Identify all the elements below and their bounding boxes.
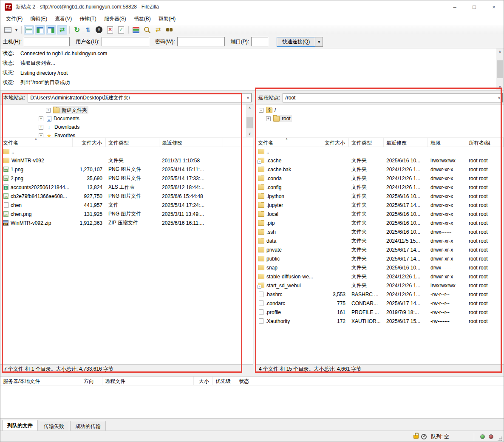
file-row[interactable]: .Xauthority 172 XAUTHOR... 2025/6/17 15.… (255, 317, 504, 326)
remote-path-combobox[interactable]: /root (283, 93, 503, 102)
tree-item[interactable]: + Favorites (0, 131, 253, 137)
maximize-button[interactable]: □ (464, 0, 484, 13)
column-header-modified[interactable]: 最近修改 (384, 138, 428, 147)
process-queue-icon[interactable] (83, 26, 93, 34)
file-row[interactable]: accounts202506121844... 13,824 XLS 工作表 2… (0, 183, 253, 192)
column-header-filetype[interactable]: 文件类型 (349, 138, 384, 147)
file-row[interactable]: WinMTR-v092 文件夹 2011/2/1 1:10:58 (0, 156, 253, 165)
file-row[interactable]: private 文件夹 2025/6/17 14... drwxr-xr-x r… (255, 245, 504, 254)
menu-item[interactable]: 文件(F) (2, 14, 26, 24)
column-header-filetype[interactable]: 文件类型 (106, 138, 159, 147)
file-row[interactable]: stable-diffusion-we... 文件夹 2024/12/26 1.… (255, 272, 504, 281)
column-header-owner[interactable]: 所有者/组 (466, 138, 504, 147)
toolbar-separator[interactable] (21, 26, 22, 34)
file-row[interactable]: .local 文件夹 2025/6/16 10... drwxr-xr-x ro… (255, 210, 504, 218)
file-row[interactable]: .bashrc 3,553 BASHRC ... 2024/12/26 1...… (255, 290, 504, 299)
column-header-server-local-file[interactable]: 服务器/本地文件 (0, 377, 81, 385)
file-row[interactable]: .config 文件夹 2024/12/26 1... drwxr-xr-x r… (255, 183, 504, 192)
expander-icon[interactable]: − (259, 108, 263, 113)
menu-item[interactable]: 传输(T) (76, 14, 100, 24)
log-scrollbar[interactable] (496, 48, 504, 90)
host-input[interactable] (24, 37, 70, 46)
synchronized-browsing-icon[interactable] (153, 26, 163, 34)
file-row[interactable]: chen 441,957 文件 2025/5/14 17:24:... (0, 201, 253, 210)
local-tree-scrollbar[interactable] (246, 105, 253, 137)
scroll-up-icon[interactable] (246, 105, 253, 111)
toggle-transfer-queue-icon[interactable] (57, 26, 67, 34)
local-path-combobox[interactable]: D:\Users\Administrator\Desktop\新建文件夹\ (28, 93, 252, 102)
expander-icon[interactable]: + (39, 116, 43, 121)
toolbar-separator[interactable] (128, 26, 129, 34)
close-button[interactable]: × (484, 0, 504, 13)
menu-item[interactable]: 书签(B) (130, 14, 155, 24)
file-row[interactable]: .. (255, 147, 504, 156)
file-row[interactable]: 1.png 1,270,107 PNG 图片文件 2025/4/14 15:11… (0, 165, 253, 174)
minimize-button[interactable]: – (445, 0, 464, 13)
tree-item[interactable]: + Documents (0, 114, 253, 123)
column-header-direction[interactable]: 方向 (81, 377, 102, 385)
column-header-remote-file[interactable]: 远程文件 (102, 377, 194, 385)
scroll-thumb[interactable] (246, 117, 253, 128)
file-row[interactable]: chen.png 131,925 PNG 图片文件 2025/3/11 13:4… (0, 210, 253, 218)
username-input[interactable] (102, 37, 149, 46)
queue-tab[interactable]: 成功的传输 (70, 421, 106, 431)
expander-icon[interactable]: + (39, 133, 43, 137)
tree-item[interactable]: + 新建文件夹 (0, 106, 253, 114)
file-row[interactable]: .jupyter 文件夹 2025/6/17 14... drwxr-xr-x … (255, 201, 504, 210)
column-header-filesize[interactable]: 文件大小 (319, 138, 349, 147)
filter-icon[interactable] (131, 26, 141, 34)
column-header-priority[interactable]: 优先级 (213, 377, 236, 385)
tree-item[interactable]: − / (255, 106, 504, 114)
menu-item[interactable]: 查看(V) (51, 14, 76, 24)
file-row[interactable]: .. (0, 147, 253, 156)
toggle-remote-tree-icon[interactable] (46, 26, 56, 34)
file-row[interactable]: .ipython 文件夹 2025/6/16 10... drwxr-xr-x … (255, 192, 504, 201)
column-header-size[interactable]: 大小 (194, 377, 213, 385)
file-row[interactable]: cb2e79fb841366ae608... 927,750 PNG 图片文件 … (0, 192, 253, 201)
quickconnect-dropdown-icon[interactable] (315, 37, 323, 47)
resize-grip[interactable] (501, 440, 502, 441)
search-icon[interactable] (142, 26, 152, 34)
file-row[interactable]: .cache.bak 文件夹 2024/12/26 1... drwxr-xr-… (255, 165, 504, 174)
menu-item[interactable]: 编辑(E) (26, 14, 51, 24)
chevron-down-icon[interactable] (496, 96, 502, 100)
scroll-thumb[interactable] (497, 60, 503, 78)
file-row[interactable]: .pip 文件夹 2025/6/16 10... drwxr-xr-x root… (255, 218, 504, 227)
file-row[interactable]: .cache 文件夹 2025/6/16 10... lrwxrwxrwx ro… (255, 156, 504, 165)
tree-item[interactable]: + Downloads (0, 123, 253, 131)
chevron-down-icon[interactable] (245, 96, 251, 100)
reconnect-icon[interactable] (116, 26, 126, 34)
file-row[interactable]: .profile 161 PROFILE ... 2019/7/9 18:...… (255, 308, 504, 317)
queue-tab[interactable]: 列队的文件 (2, 420, 38, 431)
refresh-icon[interactable] (72, 26, 82, 34)
toggle-local-tree-icon[interactable] (35, 26, 45, 34)
column-header-filename[interactable]: 文件名 (0, 138, 73, 147)
disconnect-icon[interactable] (105, 26, 115, 34)
column-header-filename[interactable]: 文件名 (255, 138, 319, 147)
cancel-operation-icon[interactable] (94, 26, 104, 34)
menu-item[interactable]: 服务器(S) (100, 14, 130, 24)
toolbar-separator[interactable] (69, 26, 70, 34)
column-header-modified[interactable]: 最近修改 (159, 138, 223, 147)
queue-tab[interactable]: 传输失败 (39, 421, 69, 431)
file-row[interactable]: .condarc 775 CONDAR... 2025/6/17 14... -… (255, 299, 504, 308)
file-row[interactable]: start_sd_webui 文件夹 2024/12/26 1... lrwxr… (255, 281, 504, 290)
site-manager-dropdown-icon[interactable] (14, 26, 19, 34)
file-row[interactable]: public 文件夹 2025/6/17 14... drwxr-xr-x ro… (255, 254, 504, 263)
column-header-status[interactable]: 状态 (236, 377, 302, 385)
menu-item[interactable]: 帮助(H) (155, 14, 180, 24)
scroll-up-icon[interactable] (496, 48, 504, 55)
column-header-permissions[interactable]: 权限 (428, 138, 466, 147)
column-header-filesize[interactable]: 文件大小 (73, 138, 106, 147)
directory-comparison-icon[interactable] (164, 26, 174, 34)
file-row[interactable]: snap 文件夹 2025/6/16 10... drwx------ root… (255, 263, 504, 272)
port-input[interactable] (251, 37, 268, 46)
scroll-down-icon[interactable] (496, 84, 504, 90)
site-manager-icon[interactable] (3, 26, 13, 34)
password-input[interactable] (177, 37, 225, 46)
scroll-down-icon[interactable] (246, 130, 253, 137)
expander-icon[interactable]: + (46, 108, 51, 113)
tree-item[interactable]: + root (255, 114, 504, 123)
expander-icon[interactable]: + (39, 125, 43, 130)
file-row[interactable]: .conda 文件夹 2024/12/26 1... drwxr-xr-x ro… (255, 174, 504, 183)
